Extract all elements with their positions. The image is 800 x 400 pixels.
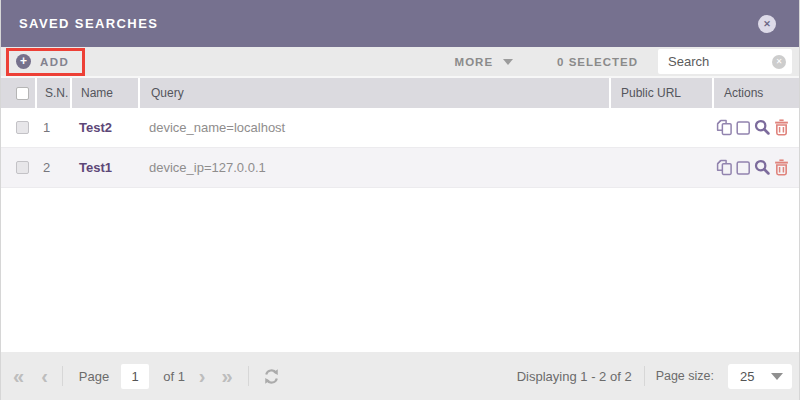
row-checkbox[interactable] — [16, 121, 29, 134]
box-icon[interactable] — [736, 159, 751, 176]
page-size-select[interactable]: 25 — [728, 364, 792, 389]
column-header-sn[interactable]: S.N. — [35, 78, 70, 108]
close-icon[interactable]: ✕ — [758, 15, 776, 33]
row-sn: 1 — [35, 108, 70, 147]
more-button-label: MORE — [455, 56, 494, 68]
copy-icon[interactable] — [716, 119, 733, 136]
next-page-icon[interactable]: › — [199, 366, 206, 386]
copy-icon[interactable] — [716, 159, 733, 176]
chevron-down-icon — [771, 373, 783, 380]
public-url-cell — [609, 148, 712, 187]
magnifier-icon[interactable] — [754, 119, 771, 136]
header-checkbox-cell — [1, 78, 35, 108]
divider — [644, 366, 645, 386]
row-checkbox[interactable] — [16, 161, 29, 174]
divider — [248, 366, 249, 386]
plus-icon: + — [16, 54, 31, 69]
toolbar: + ADD MORE 0 SELECTED ✕ — [1, 47, 799, 76]
page-count-label: of 1 — [163, 369, 185, 384]
row-actions — [712, 148, 799, 187]
first-page-icon[interactable]: « — [13, 366, 24, 386]
clear-search-icon[interactable]: ✕ — [772, 55, 786, 69]
divider — [62, 366, 63, 386]
page-size-value: 25 — [740, 369, 754, 384]
box-icon[interactable] — [736, 119, 751, 136]
public-url-cell — [609, 108, 712, 147]
add-button[interactable]: + ADD — [6, 48, 85, 76]
row-checkbox-cell — [1, 108, 35, 147]
row-actions — [712, 108, 799, 147]
saved-search-name-link[interactable]: Test2 — [70, 108, 138, 147]
page-title: SAVED SEARCHES — [19, 16, 158, 31]
row-checkbox-cell — [1, 148, 35, 187]
saved-search-query: device_ip=127.0.0.1 — [138, 148, 609, 187]
magnifier-icon[interactable] — [754, 159, 771, 176]
more-button[interactable]: MORE — [455, 56, 514, 68]
chevron-down-icon — [503, 59, 513, 65]
column-header-name[interactable]: Name — [70, 78, 138, 108]
page-size-label: Page size: — [656, 369, 714, 383]
delete-icon[interactable] — [774, 119, 789, 136]
pagination-bar: « ‹ Page of 1 › » Displaying 1 - 2 of 2 … — [1, 352, 799, 400]
saved-searches-panel: SAVED SEARCHES ✕ + ADD MORE 0 SELECTED ✕… — [0, 0, 800, 400]
table-row[interactable]: 2 Test1 device_ip=127.0.0.1 — [1, 148, 799, 188]
add-button-label: ADD — [40, 56, 69, 68]
page-label: Page — [79, 369, 109, 384]
saved-search-query: device_name=localhost — [138, 108, 609, 147]
empty-table-area — [1, 188, 799, 352]
table-row[interactable]: 1 Test2 device_name=localhost — [1, 108, 799, 148]
row-sn: 2 — [35, 148, 70, 187]
column-header-query[interactable]: Query — [138, 78, 609, 108]
search-box: ✕ — [658, 49, 792, 74]
saved-search-name-link[interactable]: Test1 — [70, 148, 138, 187]
delete-icon[interactable] — [774, 159, 789, 176]
titlebar: SAVED SEARCHES ✕ — [1, 0, 799, 47]
refresh-icon[interactable] — [263, 368, 280, 385]
column-header-public-url[interactable]: Public URL — [609, 78, 712, 108]
displaying-label: Displaying 1 - 2 of 2 — [517, 369, 632, 384]
selected-count: 0 SELECTED — [557, 56, 638, 68]
page-number-input[interactable] — [121, 364, 149, 389]
prev-page-icon[interactable]: ‹ — [41, 366, 48, 386]
column-header-actions[interactable]: Actions — [712, 78, 799, 108]
select-all-checkbox[interactable] — [16, 87, 29, 100]
table-header: S.N. Name Query Public URL Actions — [1, 76, 799, 108]
last-page-icon[interactable]: » — [222, 366, 233, 386]
